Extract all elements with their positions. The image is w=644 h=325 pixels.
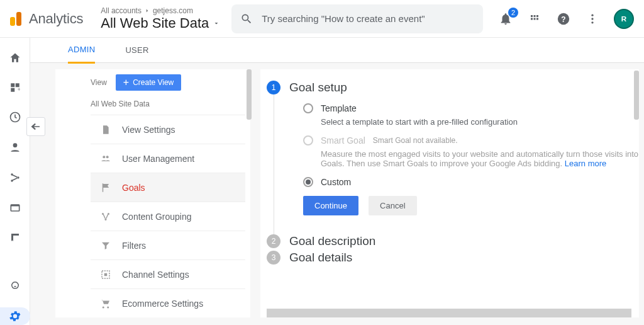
menu-goals[interactable]: Goals [91, 173, 245, 202]
step-3-badge: 3 [267, 251, 280, 265]
search-placeholder: Try searching "How to create an event" [262, 13, 425, 24]
create-view-label: Create View [133, 78, 174, 87]
option-label: Template [321, 103, 357, 113]
radio-smart-icon [303, 135, 313, 145]
svg-point-18 [106, 156, 109, 158]
menu-label: Channel Settings [122, 270, 189, 280]
svg-point-3 [591, 18, 593, 20]
menu-view-settings[interactable]: View Settings [91, 115, 245, 144]
svg-rect-16 [11, 205, 19, 207]
step-3-title: Goal details [289, 251, 352, 265]
audience-icon[interactable] [8, 141, 22, 154]
radio-template-icon [303, 103, 313, 113]
cart-icon [99, 298, 112, 309]
option-template-sub: Select a template to start with a pre-fi… [303, 117, 639, 127]
menu-content-grouping[interactable]: Content Grouping [91, 202, 245, 231]
notif-badge: 2 [508, 8, 518, 18]
panel-scrollbar[interactable] [634, 71, 639, 120]
horizontal-scrollbar[interactable] [267, 309, 631, 317]
menu-label: User Management [122, 154, 194, 164]
menu-ecommerce-settings[interactable]: Ecommerce Settings [91, 288, 245, 317]
svg-text:+: + [17, 87, 20, 93]
avatar[interactable]: R [614, 9, 634, 29]
svg-point-17 [103, 156, 105, 158]
left-scrollbar[interactable] [247, 69, 252, 120]
menu-filters[interactable]: Filters [91, 231, 245, 259]
search-icon [240, 13, 253, 25]
svg-rect-8 [11, 88, 14, 92]
branch-icon [99, 211, 112, 222]
view-selector[interactable]: All Web Site Data [101, 15, 220, 31]
realtime-icon[interactable] [8, 111, 22, 123]
more-icon[interactable] [585, 11, 600, 26]
funnel-icon [99, 241, 112, 251]
search-bar[interactable]: Try searching "How to create an event" [231, 4, 483, 33]
step-2-badge: 2 [267, 234, 280, 248]
tab-admin[interactable]: ADMIN [68, 37, 95, 64]
menu-label: Content Grouping [122, 212, 192, 222]
product-logo-block[interactable]: Analytics [5, 11, 83, 27]
top-icons: 2 ? R [498, 9, 634, 29]
ga-logo-icon [10, 12, 21, 26]
menu-user-management[interactable]: User Management [91, 144, 245, 173]
smart-goal-note: Smart Goal not available. [373, 136, 458, 145]
cancel-button[interactable]: Cancel [369, 196, 416, 215]
caret-down-icon [213, 20, 220, 27]
svg-text:?: ? [561, 14, 565, 23]
back-button[interactable] [26, 117, 45, 136]
svg-rect-23 [104, 273, 108, 276]
document-icon [99, 124, 112, 135]
continue-button[interactable]: Continue [303, 196, 358, 215]
goal-wizard-panel: 1 Goal setup Template Select a template … [260, 69, 639, 317]
behavior-icon[interactable] [8, 202, 22, 214]
view-column-label: View [91, 78, 107, 87]
smart-goal-desc: Measure the most engaged visits to your … [303, 149, 639, 168]
learn-more-link[interactable]: Learn more [565, 159, 606, 168]
menu-label: Filters [122, 241, 146, 251]
option-label: Custom [321, 177, 351, 187]
acquisition-icon[interactable] [8, 171, 22, 184]
account-selector[interactable]: All accounts getjess.com All Web Site Da… [101, 6, 220, 31]
home-icon[interactable] [8, 52, 22, 64]
step-2-title: Goal description [289, 234, 375, 248]
flag-icon [99, 182, 112, 193]
svg-text:R: R [621, 14, 627, 23]
menu-label: Goals [122, 183, 145, 193]
notifications-icon[interactable]: 2 [498, 11, 513, 26]
apps-icon[interactable] [527, 11, 542, 26]
option-label: Smart Goal [321, 135, 365, 145]
svg-point-11 [13, 143, 17, 147]
menu-channel-settings[interactable]: Channel Settings [91, 259, 245, 288]
menu-label: Ecommerce Settings [122, 299, 203, 309]
option-custom[interactable]: Custom [303, 177, 639, 187]
option-template[interactable]: Template [303, 103, 639, 113]
svg-point-13 [17, 176, 19, 178]
admin-tabs: ADMIN USER [30, 38, 644, 63]
create-view-button[interactable]: + Create View [116, 74, 182, 91]
svg-point-4 [591, 21, 593, 23]
conversions-icon[interactable] [8, 232, 22, 243]
radio-custom-icon [303, 177, 313, 187]
breadcrumb: All accounts getjess.com [101, 6, 220, 15]
back-arrow-icon [30, 121, 42, 132]
breadcrumb-account: getjess.com [153, 6, 193, 15]
step-1-title: Goal setup [289, 81, 347, 94]
dashboards-icon[interactable]: + [8, 82, 22, 93]
discover-icon[interactable] [8, 278, 22, 290]
breadcrumb-root: All accounts [101, 6, 142, 15]
tab-user[interactable]: USER [125, 38, 148, 62]
option-smart-goal: Smart Goal Smart Goal not available. [303, 135, 639, 145]
people-icon [99, 154, 112, 164]
help-icon[interactable]: ? [556, 11, 571, 26]
svg-point-21 [105, 219, 107, 220]
svg-point-2 [591, 14, 593, 16]
step-1-badge: 1 [267, 81, 280, 94]
svg-rect-6 [11, 83, 14, 87]
top-bar: Analytics All accounts getjess.com All W… [0, 0, 644, 38]
channel-icon [99, 269, 112, 280]
view-column: View + Create View All Web Site Data Vie… [55, 69, 250, 317]
menu-label: View Settings [122, 125, 175, 135]
admin-gear-icon[interactable] [0, 307, 30, 325]
left-rail: + [0, 38, 30, 325]
current-view-name[interactable]: All Web Site Data [91, 97, 245, 115]
